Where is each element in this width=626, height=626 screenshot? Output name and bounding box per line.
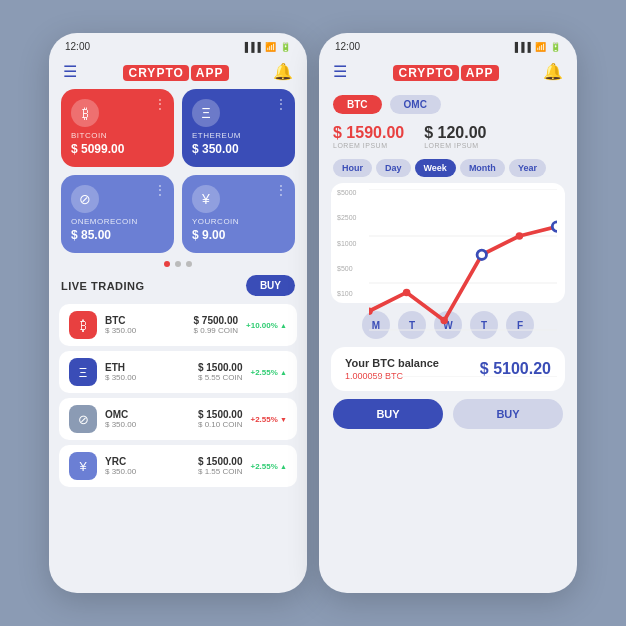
btc-info: BTC $ 350.00	[105, 315, 186, 335]
btc-prices: $ 7500.00 $ 0.99 COIN	[194, 315, 239, 335]
yrc-prices: $ 1500.00 $ 1.55 COIN	[198, 456, 243, 476]
header-right: ☰ CRYPTOAPP 🔔	[319, 56, 577, 89]
eth-info: ETH $ 350.00	[105, 362, 190, 382]
price-block-1: $ 1590.00 LOREM IPSUM	[333, 124, 404, 149]
week-filter[interactable]: Week	[415, 159, 456, 177]
prices-row: $ 1590.00 LOREM IPSUM $ 120.00 LOREM IPS…	[319, 118, 577, 155]
app-title-left: CRYPTOAPP	[121, 64, 228, 80]
svg-point-8	[477, 250, 486, 259]
wifi-icon: 📶	[265, 42, 276, 52]
yrc-info: YRC $ 350.00	[105, 456, 190, 476]
bottom-buy-button[interactable]: BUY	[333, 399, 443, 429]
eth-symbol: ETH	[105, 362, 190, 373]
live-trading-header: LIVE TRADING BUY	[49, 275, 307, 304]
menu-icon-right[interactable]: ☰	[333, 62, 347, 81]
time-filter: Hour Day Week Month Year	[319, 155, 577, 183]
battery-icon-right: 🔋	[550, 42, 561, 52]
omc-arrow: ▼	[280, 416, 287, 423]
table-row[interactable]: ₿ BTC $ 350.00 $ 7500.00 $ 0.99 COIN +10…	[59, 304, 297, 346]
table-row[interactable]: Ξ ETH $ 350.00 $ 1500.00 $ 5.55 COIN +2.…	[59, 351, 297, 393]
btc-icon: ₿	[71, 99, 99, 127]
card-dots-omc[interactable]: ⋮	[154, 183, 166, 197]
trading-list: ₿ BTC $ 350.00 $ 7500.00 $ 0.99 COIN +10…	[49, 304, 307, 593]
btc-main-price: $ 7500.00	[194, 315, 239, 326]
omc-tab[interactable]: OMC	[390, 95, 441, 114]
card-dots-btc[interactable]: ⋮	[154, 97, 166, 111]
dot-3	[186, 261, 192, 267]
battery-icon: 🔋	[280, 42, 291, 52]
status-icons-right: ▐▐▐ 📶 🔋	[512, 42, 561, 52]
btc-coin-price: $ 0.99 COIN	[194, 326, 239, 335]
table-row[interactable]: ⊘ OMC $ 350.00 $ 1500.00 $ 0.10 COIN +2.…	[59, 398, 297, 440]
omc-change: +2.55% ▼	[250, 415, 287, 424]
year-filter[interactable]: Year	[509, 159, 546, 177]
chart-svg	[369, 189, 557, 377]
time-right: 12:00	[335, 41, 360, 52]
yrc-sub: $ 350.00	[105, 467, 190, 476]
yrc-name: YOURCOIN	[192, 217, 285, 226]
eth-sub: $ 350.00	[105, 373, 190, 382]
btc-sub: $ 350.00	[105, 326, 186, 335]
svg-point-9	[516, 232, 524, 240]
eth-price: $ 350.00	[192, 142, 285, 156]
yrc-price: $ 9.00	[192, 228, 285, 242]
bell-icon-left[interactable]: 🔔	[273, 62, 293, 81]
dot-1	[164, 261, 170, 267]
eth-change: +2.55% ▲	[250, 368, 287, 377]
card-dots-yrc[interactable]: ⋮	[275, 183, 287, 197]
omc-sub: $ 350.00	[105, 420, 190, 429]
btc-change: +10.00% ▲	[246, 321, 287, 330]
bottom-buttons: BUY BUY	[319, 399, 577, 439]
eth-list-icon: Ξ	[69, 358, 97, 386]
yrc-card[interactable]: ⋮ ¥ YOURCOIN $ 9.00	[182, 175, 295, 253]
hour-filter[interactable]: Hour	[333, 159, 372, 177]
yrc-change: +2.55% ▲	[250, 462, 287, 471]
bottom-buy2-button[interactable]: BUY	[453, 399, 563, 429]
menu-icon[interactable]: ☰	[63, 62, 77, 81]
omc-card[interactable]: ⋮ ⊘ ONEMORECOIN $ 85.00	[61, 175, 174, 253]
right-phone: 12:00 ▐▐▐ 📶 🔋 ☰ CRYPTOAPP 🔔 BTC OMC $ 15…	[319, 33, 577, 593]
bitcoin-card[interactable]: ⋮ ₿ BITCOIN $ 5099.00	[61, 89, 174, 167]
yrc-symbol: YRC	[105, 456, 190, 467]
status-bar-left: 12:00 ▐▐▐ 📶 🔋	[49, 33, 307, 56]
omc-icon: ⊘	[71, 185, 99, 213]
omc-coin-price: $ 0.10 COIN	[198, 420, 243, 429]
svg-point-6	[403, 289, 411, 297]
bell-icon-right[interactable]: 🔔	[543, 62, 563, 81]
price-main-2: $ 120.00	[424, 124, 486, 142]
price-label-2: LOREM IPSUM	[424, 142, 486, 149]
wifi-icon-right: 📶	[535, 42, 546, 52]
signal-icon-right: ▐▐▐	[512, 42, 531, 52]
buy-button-top[interactable]: BUY	[246, 275, 295, 296]
yrc-list-icon: ¥	[69, 452, 97, 480]
chart-label-2500: $2500	[337, 214, 356, 221]
btc-tab[interactable]: BTC	[333, 95, 382, 114]
yrc-coin-price: $ 1.55 COIN	[198, 467, 243, 476]
btc-price: $ 5099.00	[71, 142, 164, 156]
omc-main-price: $ 1500.00	[198, 409, 243, 420]
yrc-icon: ¥	[192, 185, 220, 213]
omc-prices: $ 1500.00 $ 0.10 COIN	[198, 409, 243, 429]
status-icons-left: ▐▐▐ 📶 🔋	[242, 42, 291, 52]
eth-name: ETHEREUM	[192, 131, 285, 140]
header-left: ☰ CRYPTOAPP 🔔	[49, 56, 307, 89]
page-dots	[49, 261, 307, 267]
ethereum-card[interactable]: ⋮ Ξ ETHEREUM $ 350.00	[182, 89, 295, 167]
chart-label-1000: $1000	[337, 240, 356, 247]
time-left: 12:00	[65, 41, 90, 52]
card-dots-eth[interactable]: ⋮	[275, 97, 287, 111]
month-filter[interactable]: Month	[460, 159, 505, 177]
btc-list-icon: ₿	[69, 311, 97, 339]
price-chart: $5000 $2500 $1000 $500 $100	[331, 183, 565, 303]
day-filter[interactable]: Day	[376, 159, 411, 177]
price-label-1: LOREM IPSUM	[333, 142, 404, 149]
chart-y-labels: $5000 $2500 $1000 $500 $100	[337, 189, 356, 297]
eth-coin-price: $ 5.55 COIN	[198, 373, 243, 382]
chart-label-100: $100	[337, 290, 356, 297]
btc-name: BITCOIN	[71, 131, 164, 140]
status-bar-right: 12:00 ▐▐▐ 📶 🔋	[319, 33, 577, 56]
svg-point-10	[552, 222, 557, 231]
chart-label-5000: $5000	[337, 189, 356, 196]
yrc-arrow: ▲	[280, 463, 287, 470]
table-row[interactable]: ¥ YRC $ 350.00 $ 1500.00 $ 1.55 COIN +2.…	[59, 445, 297, 487]
